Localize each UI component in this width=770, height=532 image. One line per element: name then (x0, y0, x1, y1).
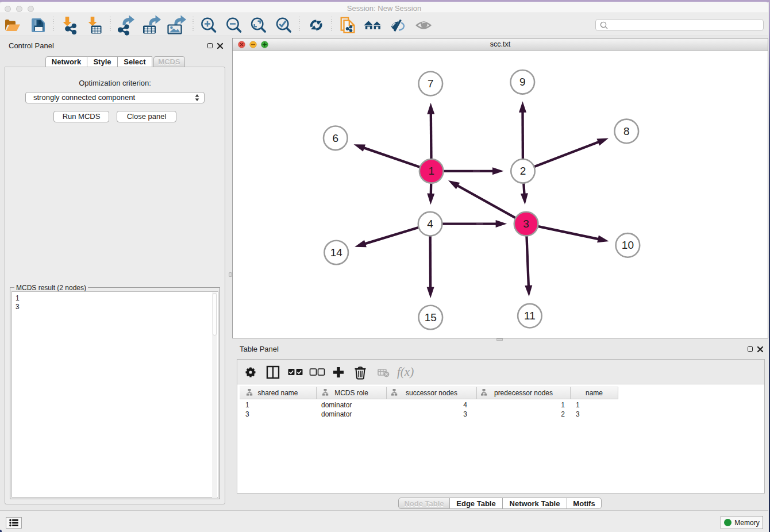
svg-text:7: 7 (428, 78, 434, 90)
svg-text:14: 14 (330, 246, 343, 259)
svg-text:f(x): f(x) (397, 365, 414, 379)
svg-text:3: 3 (523, 218, 529, 230)
svg-text:6: 6 (333, 132, 339, 144)
svg-text:15: 15 (425, 311, 437, 323)
svg-text:1: 1 (428, 165, 434, 177)
svg-text:10: 10 (622, 239, 634, 251)
svg-text:2: 2 (520, 165, 526, 177)
svg-text:4: 4 (427, 218, 433, 230)
svg-text:11: 11 (524, 310, 536, 322)
svg-text:9: 9 (519, 76, 526, 88)
svg-text:8: 8 (623, 125, 630, 137)
